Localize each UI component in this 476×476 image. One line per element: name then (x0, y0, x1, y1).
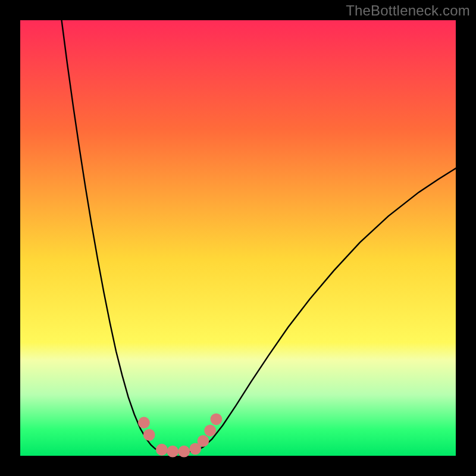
marker-dot (178, 446, 190, 458)
marker-dot (167, 446, 178, 458)
marker-dot (198, 435, 209, 447)
watermark-text: TheBottleneck.com (346, 2, 470, 19)
marker-dot (211, 414, 223, 425)
plot-background (20, 20, 456, 456)
marker-dot (204, 425, 216, 437)
bottleneck-chart (0, 0, 476, 476)
chart-frame: TheBottleneck.com (0, 0, 476, 476)
marker-dot (138, 416, 150, 428)
marker-dot (156, 444, 168, 456)
marker-dot (143, 429, 155, 441)
